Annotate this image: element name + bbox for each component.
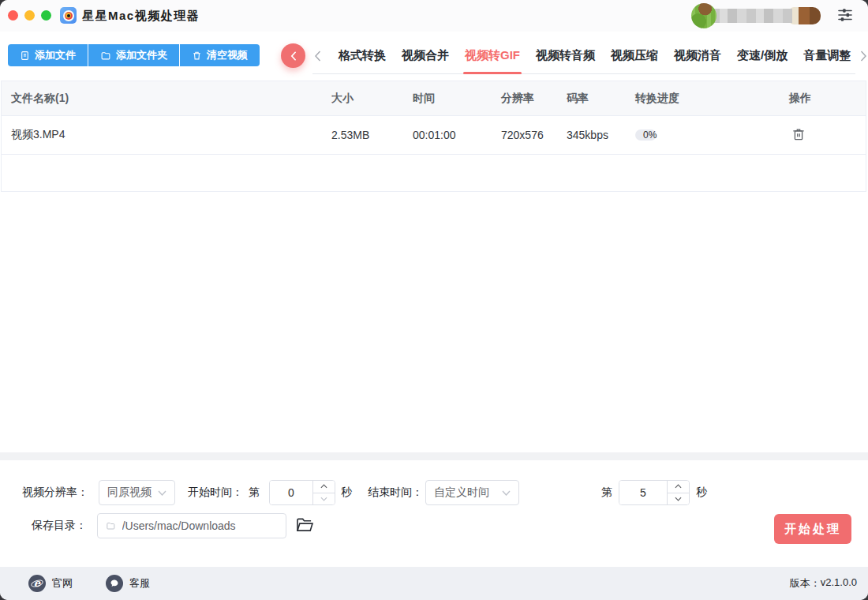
save-dir-label: 保存目录： bbox=[32, 519, 87, 533]
titlebar: 星星Mac视频处理器 bbox=[0, 0, 868, 32]
version-label: 版本： bbox=[790, 576, 821, 591]
start-time-label: 开始时间： bbox=[188, 486, 243, 500]
tabs-scroll-left-icon[interactable] bbox=[312, 51, 323, 62]
tab-volume-adjust[interactable]: 音量调整 bbox=[795, 38, 859, 73]
cell-resolution: 720x576 bbox=[501, 129, 567, 141]
ordinal-prefix: 第 bbox=[601, 486, 612, 500]
trash-icon bbox=[192, 51, 202, 61]
traffic-lights bbox=[8, 10, 51, 21]
clear-videos-button[interactable]: 清空视频 bbox=[179, 44, 260, 66]
toolbar: 添加文件 添加文件夹 清空视频 bbox=[8, 44, 260, 66]
username-blurred bbox=[710, 9, 792, 23]
increment-icon[interactable] bbox=[313, 481, 335, 493]
resolution-label: 视频分辨率： bbox=[22, 486, 88, 500]
add-file-label: 添加文件 bbox=[35, 48, 76, 62]
header-resolution: 分辨率 bbox=[501, 92, 567, 106]
end-seconds-input[interactable] bbox=[619, 481, 667, 504]
tab-video-to-audio[interactable]: 视频转音频 bbox=[528, 38, 603, 73]
footer: e 官网 客服 版本： v2.1.0.0 bbox=[0, 567, 868, 600]
add-folder-button[interactable]: 添加文件夹 bbox=[88, 44, 179, 66]
progress-bar: 0% bbox=[635, 129, 657, 141]
settings-panel: 视频分辨率： 同原视频 开始时间： 第 bbox=[0, 460, 868, 567]
decrement-icon[interactable] bbox=[313, 493, 335, 505]
file-table: 文件名称(1) 大小 时间 分辨率 码率 转换进度 操作 视频3.MP4 2.5… bbox=[1, 81, 866, 192]
clear-videos-label: 清空视频 bbox=[207, 48, 248, 62]
end-time-value: 自定义时间 bbox=[434, 486, 489, 500]
table-row: 视频3.MP4 2.53MB 00:01:00 720x576 345kbps … bbox=[2, 116, 866, 155]
tab-format-convert[interactable]: 格式转换 bbox=[331, 38, 394, 73]
open-folder-icon bbox=[296, 517, 314, 533]
start-seconds-stepper[interactable] bbox=[269, 480, 335, 505]
version-info: 版本： v2.1.0.0 bbox=[790, 576, 857, 591]
start-processing-button[interactable]: 开始处理 bbox=[774, 514, 851, 544]
end-time-select[interactable]: 自定义时间 bbox=[425, 480, 519, 505]
tab-video-to-gif[interactable]: 视频转GIF bbox=[457, 38, 528, 73]
chevron-down-icon bbox=[158, 490, 166, 496]
table-header: 文件名称(1) 大小 时间 分辨率 码率 转换进度 操作 bbox=[2, 81, 866, 116]
version-value: v2.1.0.0 bbox=[821, 576, 857, 591]
browse-folder-button[interactable] bbox=[295, 516, 314, 535]
user-account[interactable] bbox=[691, 3, 821, 28]
official-site-label: 官网 bbox=[52, 576, 73, 591]
end-seconds-stepper[interactable] bbox=[619, 480, 690, 505]
cell-bitrate: 345kbps bbox=[567, 129, 635, 141]
chat-bubble-icon bbox=[106, 575, 123, 592]
chevron-down-icon bbox=[502, 490, 511, 496]
delete-file-button[interactable] bbox=[789, 126, 808, 144]
user-badge bbox=[789, 7, 821, 24]
save-dir-field[interactable] bbox=[97, 513, 286, 538]
decrement-icon[interactable] bbox=[668, 493, 689, 505]
close-window-button[interactable] bbox=[8, 10, 18, 21]
cell-file-name: 视频3.MP4 bbox=[2, 128, 331, 142]
header-name: 文件名称(1) bbox=[2, 92, 331, 106]
header-progress: 转换进度 bbox=[635, 92, 789, 106]
app-window: 星星Mac视频处理器 添加文件 bbox=[0, 0, 868, 600]
folder-icon bbox=[100, 51, 111, 61]
tab-video-mute[interactable]: 视频消音 bbox=[666, 38, 729, 73]
end-time-label: 结束时间： bbox=[368, 486, 423, 500]
cell-duration: 00:01:00 bbox=[413, 129, 501, 141]
folder-icon bbox=[106, 521, 116, 531]
app-logo-icon bbox=[60, 7, 77, 24]
zoom-window-button[interactable] bbox=[41, 10, 51, 21]
header-duration: 时间 bbox=[413, 92, 501, 106]
save-dir-input[interactable] bbox=[122, 519, 278, 532]
tab-video-merge[interactable]: 视频合并 bbox=[394, 38, 457, 73]
seconds-unit: 秒 bbox=[341, 486, 352, 500]
chevron-left-icon bbox=[290, 51, 297, 61]
back-circle-button[interactable] bbox=[281, 43, 305, 68]
increment-icon[interactable] bbox=[668, 481, 689, 493]
customer-service-label: 客服 bbox=[129, 576, 150, 591]
minimize-window-button[interactable] bbox=[24, 10, 35, 21]
resolution-select[interactable]: 同原视频 bbox=[99, 480, 175, 505]
file-icon bbox=[20, 51, 30, 61]
tabs-scroll-right-icon[interactable] bbox=[859, 51, 868, 62]
app-title: 星星Mac视频处理器 bbox=[82, 9, 200, 24]
tab-video-compress[interactable]: 视频压缩 bbox=[603, 38, 666, 73]
header-size: 大小 bbox=[331, 92, 413, 106]
header-actions: 操作 bbox=[789, 92, 866, 106]
seconds-unit: 秒 bbox=[696, 486, 707, 500]
feature-tabbar: 格式转换 视频合并 视频转GIF 视频转音频 视频压缩 视频消音 变速/倒放 音… bbox=[312, 38, 855, 74]
cell-size: 2.53MB bbox=[331, 129, 413, 141]
tab-speed-reverse[interactable]: 变速/倒放 bbox=[729, 38, 795, 73]
globe-e-icon: e bbox=[28, 575, 46, 592]
resolution-value: 同原视频 bbox=[107, 486, 152, 500]
official-site-link[interactable]: e 官网 bbox=[28, 575, 73, 592]
ordinal-prefix: 第 bbox=[249, 486, 260, 500]
settings-sliders-icon[interactable] bbox=[835, 6, 855, 26]
customer-service-link[interactable]: 客服 bbox=[106, 575, 150, 592]
avatar bbox=[691, 3, 716, 28]
start-seconds-input[interactable] bbox=[270, 481, 312, 504]
trash-icon bbox=[791, 126, 806, 142]
section-divider bbox=[0, 452, 868, 460]
add-folder-label: 添加文件夹 bbox=[116, 48, 167, 62]
add-file-button[interactable]: 添加文件 bbox=[8, 44, 88, 66]
header-bitrate: 码率 bbox=[567, 92, 635, 106]
